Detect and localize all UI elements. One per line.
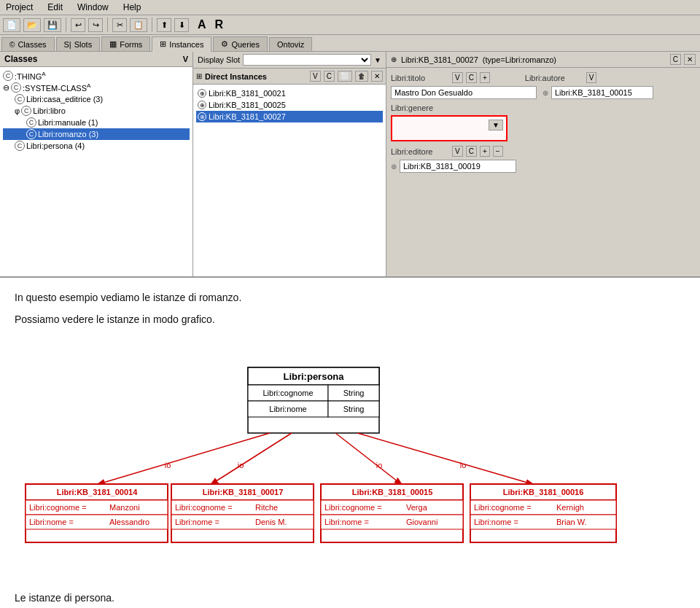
- classes-panel-header: Classes V: [0, 52, 192, 67]
- inst-item-00021[interactable]: ⊕ Libri:KB_3181_00021: [196, 87, 383, 99]
- form-body: Libri:titolo V C + Libri:autore V Mastro…: [386, 68, 700, 276]
- casa-editrice-label: Libri:casa_editrice (3): [26, 95, 103, 104]
- tree-item-libro[interactable]: φ C Libri:libro: [3, 105, 190, 117]
- slot-editore-c-btn[interactable]: C: [466, 146, 477, 157]
- inst-del-btn[interactable]: 🗑: [355, 71, 368, 82]
- classes-header-label: Classes: [4, 54, 37, 64]
- toolbar-open[interactable]: 📂: [23, 18, 41, 32]
- display-slot-select[interactable]: [243, 54, 371, 66]
- toolbar-new[interactable]: 📄: [3, 18, 20, 32]
- slot-editore-minus-btn[interactable]: −: [493, 146, 503, 157]
- menu-window[interactable]: Window: [74, 1, 112, 13]
- classes-tree: C :THINGA ⊖ C :SYSTEM-CLASSA C Libri:cas…: [0, 67, 192, 276]
- io-label-4: io: [460, 461, 467, 469]
- thing-label: :THINGA: [15, 71, 46, 81]
- slot-titolo-input[interactable]: Mastro Don Gesualdo: [391, 86, 537, 99]
- classes-tab-icon: ©: [9, 41, 15, 49]
- form-c-btn[interactable]: C: [670, 54, 681, 65]
- inst-copy-btn[interactable]: ⬜: [338, 71, 352, 82]
- tree-item-thing[interactable]: C :THINGA: [3, 70, 190, 82]
- inst-item-00025[interactable]: ⊕ Libri:KB_3181_00025: [196, 99, 383, 111]
- tab-forms[interactable]: ▦ Forms: [101, 36, 150, 51]
- slots-tab-icon: S|: [64, 40, 71, 49]
- tab-classes[interactable]: © Classes: [1, 37, 55, 51]
- romanzo-label: Libri:romanzo (3): [38, 130, 98, 139]
- slot-editore-plus-btn[interactable]: +: [480, 146, 490, 157]
- io-label-3: io: [376, 461, 383, 469]
- tree-item-casa-editrice[interactable]: C Libri:casa_editrice (3): [3, 93, 190, 105]
- tree-item-persona[interactable]: C Libri:persona (4): [3, 140, 190, 152]
- inst-item-00027[interactable]: ⊕ Libri:KB_3181_00027: [196, 111, 383, 122]
- slot-editore-value: Libri:KB_3181_00019: [400, 160, 516, 173]
- classes-sort-icon[interactable]: V: [183, 55, 188, 63]
- toolbar-down[interactable]: ⬇: [174, 18, 189, 32]
- slot-titolo-plus-btn[interactable]: +: [480, 72, 490, 83]
- slot-genere-label: Libri:genere: [391, 104, 508, 112]
- inst4-cognome-val: Kernigh: [556, 503, 584, 512]
- inst2-id: Libri:KB_3181_00017: [203, 488, 284, 496]
- toolbar-copy[interactable]: 📋: [130, 18, 147, 32]
- svg-line-9: [357, 433, 532, 484]
- manuale-icon: C: [26, 117, 36, 128]
- manuale-label: Libri:manuale (1): [38, 118, 98, 127]
- inst-label-00027: Libri:KB_3181_00027: [209, 112, 286, 121]
- inst-label-00025: Libri:KB_3181_00025: [209, 101, 286, 109]
- inst3-cognome-val: Verga: [406, 503, 428, 512]
- system-class-label: :SYSTEM-CLASSA: [23, 82, 90, 93]
- inst1-nome-val: Alessandro: [109, 518, 149, 526]
- toolbar: 📄 📂 💾 ↩ ↪ ✂ 📋 ⬆ ⬇ A R: [0, 15, 700, 35]
- slot-autore-value: Libri:KB_3181_00015: [551, 86, 653, 99]
- menu-help[interactable]: Help: [120, 1, 144, 13]
- inst3-nome-label: Libri:nome =: [324, 518, 369, 526]
- field2-type: String: [343, 405, 365, 413]
- slot-row-genere: Libri:genere ▼: [391, 104, 696, 141]
- menu-project[interactable]: Project: [3, 1, 36, 13]
- tab-slots[interactable]: S| Slots: [56, 37, 101, 51]
- svg-line-8: [335, 433, 401, 484]
- display-slot-arrow: ▼: [374, 56, 381, 64]
- toolbar-undo[interactable]: ↩: [71, 18, 85, 32]
- tree-item-system-class[interactable]: ⊖ C :SYSTEM-CLASSA: [3, 82, 190, 93]
- tab-ontoviz[interactable]: Ontoviz: [269, 37, 312, 51]
- slot-titolo-label: Libri:titolo: [391, 74, 449, 82]
- slot-genere-box[interactable]: ▼: [391, 115, 508, 141]
- slot-titolo-v-btn[interactable]: V: [452, 72, 463, 83]
- inst-icon-00025: ⊕: [198, 101, 206, 109]
- slot-titolo-c-btn[interactable]: C: [466, 72, 477, 83]
- tab-queries[interactable]: ⚙ Queries: [213, 36, 268, 51]
- diagram-area: Libri:persona Libri:cognome String Libri…: [0, 346, 700, 586]
- slot-editore-v-btn[interactable]: V: [452, 146, 463, 157]
- tab-instances[interactable]: ⊞ Instances: [152, 36, 211, 52]
- footer-area: Le istanze di persona.: [0, 586, 700, 608]
- toolbar-save[interactable]: 💾: [44, 18, 61, 32]
- tab-bar: © Classes S| Slots ▦ Forms ⊞ Instances ⚙…: [0, 35, 700, 52]
- form-title-icon: ⊕: [391, 55, 397, 63]
- direct-instances-label: Direct Instances: [205, 72, 267, 81]
- form-x-btn[interactable]: ✕: [684, 54, 696, 65]
- inst4-cognome-label: Libri:cognome =: [474, 503, 532, 512]
- bottom-text-area: In questo esempio vediamo le istanze di …: [0, 278, 700, 346]
- romanzo-icon: C: [26, 129, 36, 139]
- inst-c-btn[interactable]: C: [324, 71, 335, 82]
- paragraph-1: In questo esempio vediamo le istanze di …: [15, 289, 685, 305]
- inst-sort-btn[interactable]: V: [310, 71, 321, 82]
- menu-edit[interactable]: Edit: [44, 1, 66, 13]
- instances-panel: Display Slot ▼ ⊞ Direct Instances V C ⬜ …: [193, 52, 386, 276]
- toolbar-cut[interactable]: ✂: [112, 18, 127, 32]
- paragraph-2: Possiamo vedere le istanze in modo grafi…: [15, 311, 685, 327]
- toolbar-redo[interactable]: ↪: [88, 18, 103, 32]
- ontoviz-tab-label: Ontoviz: [277, 40, 304, 49]
- tree-item-romanzo[interactable]: C Libri:romanzo (3): [3, 128, 190, 140]
- slot-autore-v-btn[interactable]: V: [586, 72, 597, 83]
- footer-label: Le istanze di persona.: [15, 592, 114, 604]
- slot-row-editore: Libri:editore V C + − ⊕ Libri:KB_3181_00…: [391, 146, 696, 173]
- menu-bar: Project Edit Window Help: [0, 0, 700, 15]
- toolbar-up[interactable]: ⬆: [157, 18, 171, 32]
- tree-item-manuale[interactable]: C Libri:manuale (1): [3, 117, 190, 128]
- system-class-icon: C: [11, 82, 21, 93]
- field1-type: String: [343, 389, 365, 397]
- inst-icon-00021: ⊕: [198, 89, 206, 98]
- libro-label: Libri:libro: [33, 106, 66, 115]
- inst-x-btn[interactable]: ✕: [371, 71, 383, 82]
- genere-dropdown-btn[interactable]: ▼: [489, 120, 503, 130]
